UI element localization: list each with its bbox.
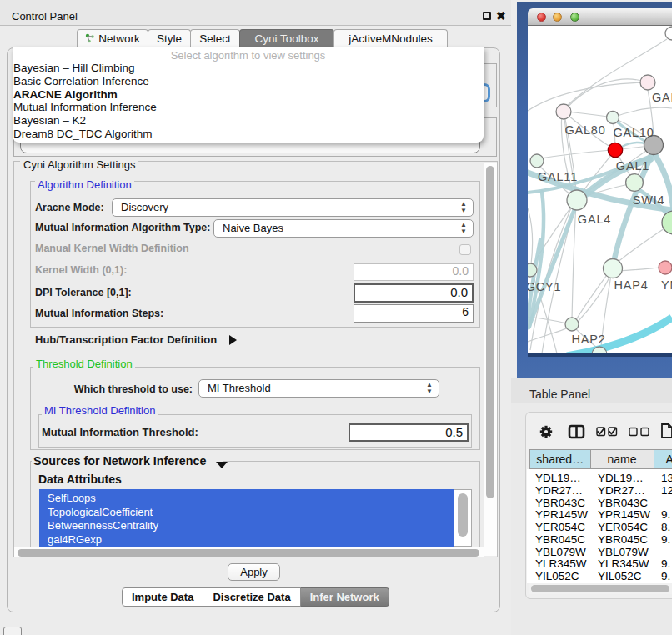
svg-text:GAL7: GAL7	[652, 91, 672, 104]
svg-text:GAL10: GAL10	[613, 126, 654, 139]
svg-text:YM: YM	[661, 278, 672, 292]
svg-text:GAL11: GAL11	[538, 170, 578, 183]
svg-text:GCY1: GCY1	[528, 280, 561, 293]
svg-text:GAL4: GAL4	[578, 212, 611, 226]
svg-text:GAL80: GAL80	[564, 123, 605, 137]
svg-text:HAP2: HAP2	[571, 332, 605, 346]
svg-text:HAP4: HAP4	[614, 278, 648, 292]
svg-text:GAL1: GAL1	[616, 159, 649, 172]
svg-text:SWI4: SWI4	[633, 193, 665, 207]
